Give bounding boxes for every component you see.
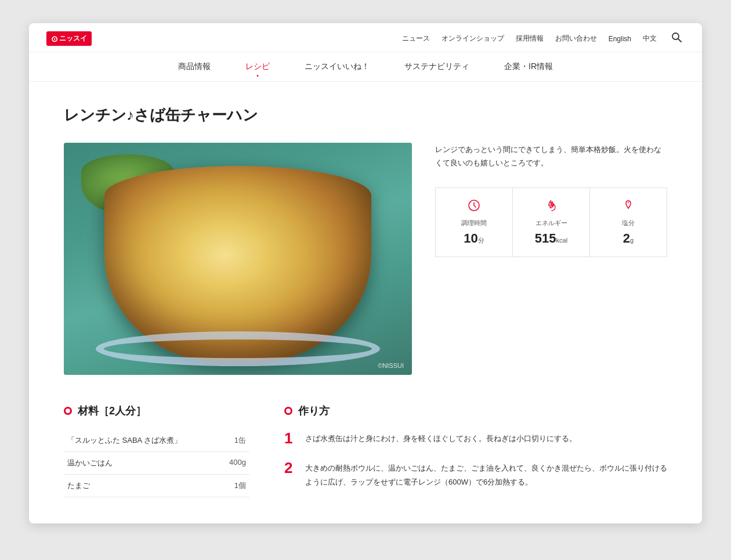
stat-time: 調理時間 10分	[436, 188, 513, 256]
ingredients-section: 材料［2人分］ 「スルッとふた SABA さば水煮」 1缶 温かいごはん 400…	[64, 404, 249, 500]
nav-online-shop[interactable]: オンラインショップ	[442, 34, 504, 44]
steps-title: 作り方	[284, 404, 667, 418]
step-text-1: さば水煮缶は汁と身にわけ、身を軽くほぐしておく。長ねぎは小口切りにする。	[305, 429, 577, 447]
main-nav: 商品情報 レシピ ニッスイいいね！ サステナビリティ 企業・IR情報	[29, 52, 702, 82]
stat-salt-unit: g	[630, 237, 634, 244]
ingredient-row-1: 温かいごはん 400g	[64, 452, 249, 475]
nav-contact[interactable]: お問い合わせ	[555, 34, 597, 44]
stat-salt-label: 塩分	[596, 219, 661, 227]
logo-icon: ⊙ ニッスイ	[46, 31, 92, 46]
nav-careers[interactable]: 採用情報	[516, 34, 544, 44]
flame-icon	[519, 198, 584, 215]
clock-icon	[442, 198, 506, 215]
top-nav: ニュース オンラインショップ 採用情報 お問い合わせ English 中文	[402, 30, 685, 47]
logo[interactable]: ⊙ ニッスイ	[46, 31, 92, 46]
recipe-image: ©NISSUI	[64, 143, 412, 375]
svg-point-0	[672, 33, 679, 39]
recipe-image-container: ©NISSUI	[64, 143, 412, 375]
ingredient-name-2: たまご	[64, 475, 219, 497]
step-item-1: 1 さば水煮缶は汁と身にわけ、身を軽くほぐしておく。長ねぎは小口切りにする。	[284, 429, 667, 447]
steps-title-text: 作り方	[298, 404, 330, 418]
stat-energy-label: エネルギー	[519, 219, 584, 227]
steps-title-circle	[284, 407, 292, 415]
lang-chinese[interactable]: 中文	[643, 34, 657, 44]
nav-news[interactable]: ニュース	[402, 34, 430, 44]
nav-nissui-iine[interactable]: ニッスイいいね！	[305, 62, 370, 74]
step-number-2: 2	[284, 459, 296, 489]
ingredients-table: 「スルッとふた SABA さば水煮」 1缶 温かいごはん 400g たまご 1個	[64, 429, 249, 497]
image-copyright: ©NISSUI	[378, 362, 404, 369]
top-bar: ⊙ ニッスイ ニュース オンラインショップ 採用情報 お問い合わせ Englis…	[29, 23, 702, 52]
ingredients-title-text: 材料［2人分］	[78, 404, 146, 418]
steps-section: 作り方 1 さば水煮缶は汁と身にわけ、身を軽くほぐしておく。長ねぎは小口切りにす…	[284, 404, 667, 500]
recipe-title: レンチン♪さば缶チャーハン	[64, 105, 667, 125]
target-icon: ⊙	[51, 34, 58, 44]
recipe-bottom: 材料［2人分］ 「スルッとふた SABA さば水煮」 1缶 温かいごはん 400…	[64, 404, 667, 500]
recipe-description: レンジであっという間にできてしまう、簡単本格炒飯。火を使わなくて良いのも嬉しいと…	[435, 143, 667, 170]
ingredient-amount-0: 1缶	[219, 429, 249, 452]
bowl-rim-illustration	[96, 331, 380, 366]
ingredients-title-circle	[64, 407, 72, 415]
browser-window: ⊙ ニッスイ ニュース オンラインショップ 採用情報 お問い合わせ Englis…	[29, 23, 702, 523]
search-icon	[671, 31, 682, 43]
stat-salt: 塩分 2g	[590, 188, 667, 256]
nav-recipes[interactable]: レシピ	[245, 62, 270, 74]
step-item-2: 2 大きめの耐熱ボウルに、温かいごはん、たまご、ごま油を入れて、良くかき混ぜたら…	[284, 459, 667, 489]
recipe-stats: 調理時間 10分 エネルギー 515kcal	[435, 187, 667, 257]
search-button[interactable]	[668, 30, 685, 47]
nav-products[interactable]: 商品情報	[178, 62, 211, 74]
stat-energy-value: 515	[535, 231, 556, 245]
stat-salt-value: 2	[623, 231, 630, 245]
ingredient-amount-2: 1個	[219, 475, 249, 497]
ingredients-title: 材料［2人分］	[64, 404, 249, 418]
stat-time-label: 調理時間	[442, 219, 506, 227]
step-number-1: 1	[284, 429, 296, 447]
nav-sustainability[interactable]: サステナビリティ	[404, 62, 469, 74]
ingredient-name-0: 「スルッとふた SABA さば水煮」	[64, 429, 219, 452]
ingredient-row-2: たまご 1個	[64, 475, 249, 497]
lang-english[interactable]: English	[609, 35, 631, 43]
recipe-info: レンジであっという間にできてしまう、簡単本格炒飯。火を使わなくて良いのも嬉しいと…	[435, 143, 667, 375]
stat-energy-unit: kcal	[556, 237, 568, 244]
stat-time-value: 10	[464, 231, 477, 245]
stat-time-unit: 分	[478, 237, 484, 244]
ingredient-name-1: 温かいごはん	[64, 452, 219, 475]
ingredient-row-0: 「スルッとふた SABA さば水煮」 1缶	[64, 429, 249, 452]
logo-text: ニッスイ	[59, 34, 87, 44]
content-area: レンチン♪さば缶チャーハン ©NISSUI レンジであっという間にできてしまう、…	[29, 82, 702, 523]
salt-icon	[596, 198, 661, 215]
nav-ir[interactable]: 企業・IR情報	[504, 62, 553, 74]
step-text-2: 大きめの耐熱ボウルに、温かいごはん、たまご、ごま油を入れて、良くかき混ぜたら、ボ…	[305, 459, 667, 489]
svg-line-1	[678, 39, 681, 42]
recipe-main: ©NISSUI レンジであっという間にできてしまう、簡単本格炒飯。火を使わなくて…	[64, 143, 667, 375]
ingredient-amount-1: 400g	[219, 452, 249, 475]
stat-energy: エネルギー 515kcal	[513, 188, 590, 256]
